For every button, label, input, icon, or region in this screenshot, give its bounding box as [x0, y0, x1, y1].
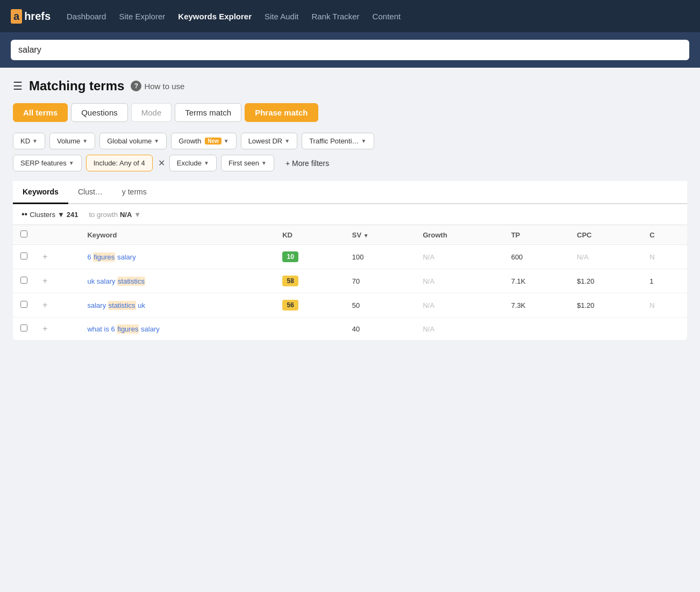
clusters-button[interactable]: •• Clusters ▼ 241 [22, 210, 78, 219]
search-input-wrap[interactable]: salary [11, 40, 689, 60]
filter-serp[interactable]: SERP features ▼ [13, 155, 82, 171]
add-row-button[interactable]: + [42, 276, 47, 285]
growth-to-label: to growth [89, 211, 117, 219]
results-table-wrap: Keywords Clust… y terms •• Clusters ▼ 24… [13, 181, 687, 341]
table-tabs: Keywords Clust… y terms [13, 181, 687, 204]
page-title: Matching terms [29, 78, 124, 93]
growth-value: N/A [415, 269, 503, 293]
filter-growth[interactable]: Growth New ▼ [171, 133, 236, 149]
filter-traffic-potential[interactable]: Traffic Potenti… ▼ [302, 133, 374, 149]
table-row: + what is 6 figures salary 40 N/A [13, 317, 687, 341]
match-tabs: All terms Questions Mode Terms match Phr… [13, 103, 687, 122]
tab-terms-match[interactable]: Terms match [175, 103, 241, 122]
chevron-down-icon: ▼ [32, 138, 38, 144]
add-row-button[interactable]: + [42, 300, 47, 309]
table-row: + uk salary statistics 58 70 N/A 7.1K $1… [13, 269, 687, 293]
cpc-value [569, 317, 642, 341]
nav-links: Dashboard Site Explorer Keywords Explore… [67, 12, 401, 21]
th-kd[interactable]: KD [275, 225, 345, 245]
table-tab-y-terms[interactable]: y terms [112, 181, 156, 204]
filter-kd[interactable]: KD ▼ [13, 133, 45, 149]
filter-exclude[interactable]: Exclude ▼ [169, 155, 217, 171]
filter-first-seen[interactable]: First seen ▼ [221, 155, 274, 171]
keyword-text-part: uk salary [87, 277, 117, 285]
navbar: a hrefs Dashboard Site Explorer Keywords… [0, 0, 700, 32]
th-growth[interactable]: Growth [415, 225, 503, 245]
filter-include[interactable]: Include: Any of 4 [86, 155, 153, 171]
add-row-button[interactable]: + [42, 252, 47, 261]
logo-hrefs-text: hrefs [24, 10, 51, 23]
nav-link-site-explorer[interactable]: Site Explorer [119, 12, 165, 21]
menu-icon[interactable]: ☰ [13, 80, 23, 92]
chevron-down-icon: ▼ [69, 160, 74, 166]
filter-global-volume[interactable]: Global volume ▼ [99, 133, 167, 149]
table-row: + salary statistics uk 56 50 N/A 7.3K $1… [13, 293, 687, 317]
th-c[interactable]: C [642, 225, 687, 245]
sv-value: 50 [345, 293, 416, 317]
th-keyword: Keyword [80, 225, 275, 245]
growth-filter-dropdown[interactable]: to growth N/A ▼ [89, 211, 141, 219]
nav-link-dashboard[interactable]: Dashboard [67, 12, 106, 21]
nav-link-site-audit[interactable]: Site Audit [265, 12, 298, 21]
row-checkbox[interactable] [20, 277, 27, 284]
filter-lowest-dr[interactable]: Lowest DR ▼ [241, 133, 297, 149]
logo[interactable]: a hrefs [11, 9, 51, 24]
new-badge: New [205, 138, 222, 145]
growth-na-value: N/A [120, 211, 132, 219]
nav-link-keywords-explorer[interactable]: Keywords Explorer [178, 12, 252, 21]
table-tab-clusters[interactable]: Clust… [68, 181, 112, 204]
sort-desc-icon: ▼ [363, 233, 369, 239]
row-checkbox[interactable] [20, 252, 27, 259]
add-row-button[interactable]: + [42, 324, 47, 333]
keyword-text-part: what is 6 [87, 325, 117, 333]
keyword-link[interactable]: uk salary statistics [87, 277, 145, 286]
chevron-down-icon: ▼ [361, 138, 367, 144]
table-tab-keywords[interactable]: Keywords [13, 181, 68, 204]
growth-value: N/A [415, 317, 503, 341]
close-icon[interactable]: ✕ [158, 158, 165, 168]
c-value [642, 317, 687, 341]
cpc-value: $1.20 [569, 293, 642, 317]
keyword-link[interactable]: 6 figures salary [87, 252, 135, 262]
tp-value: 7.1K [504, 269, 569, 293]
th-sv[interactable]: SV ▼ [345, 225, 416, 245]
nav-link-rank-tracker[interactable]: Rank Tracker [311, 12, 359, 21]
keyword-highlight: statistics [108, 301, 136, 310]
th-tp[interactable]: TP [504, 225, 569, 245]
th-cpc[interactable]: CPC [569, 225, 642, 245]
keyword-link[interactable]: salary statistics uk [87, 301, 145, 310]
page-header: ☰ Matching terms ? How to use [13, 78, 687, 93]
tp-value [504, 317, 569, 341]
content-area: Keywords Clust… y terms •• Clusters ▼ 24… [13, 181, 687, 341]
search-input[interactable]: salary [18, 45, 41, 55]
tp-value: 7.3K [504, 293, 569, 317]
logo-a-letter: a [11, 9, 22, 24]
keyword-link[interactable]: what is 6 figures salary [87, 324, 159, 334]
chevron-down-icon: ▼ [58, 211, 65, 219]
cluster-count: 241 [67, 211, 78, 219]
chevron-down-icon: ▼ [204, 160, 209, 166]
row-checkbox[interactable] [20, 301, 27, 308]
chevron-down-icon: ▼ [284, 138, 290, 144]
tab-phrase-match[interactable]: Phrase match [245, 103, 318, 122]
tab-all-terms[interactable]: All terms [13, 103, 68, 122]
keyword-text-part2: salary [139, 325, 159, 333]
chevron-down-icon: ▼ [261, 160, 267, 166]
chevron-down-icon: ▼ [134, 211, 141, 219]
table-header-bar: •• Clusters ▼ 241 to growth N/A ▼ [13, 204, 687, 225]
how-to-use-link[interactable]: ? How to use [131, 81, 184, 91]
tab-questions[interactable]: Questions [71, 103, 128, 122]
more-filters-button[interactable]: + More filters [278, 155, 336, 171]
sv-value: 40 [345, 317, 416, 341]
growth-value: N/A [415, 245, 503, 269]
chevron-down-icon: ▼ [224, 138, 229, 144]
select-all-checkbox[interactable] [20, 230, 27, 237]
row-checkbox[interactable] [20, 324, 27, 331]
filter-volume[interactable]: Volume ▼ [49, 133, 95, 149]
kd-badge: 10 [282, 251, 298, 262]
sv-value: 70 [345, 269, 416, 293]
sv-value: 100 [345, 245, 416, 269]
keyword-text-part: salary [87, 301, 108, 309]
nav-link-content[interactable]: Content [373, 12, 401, 21]
th-plus [35, 225, 80, 245]
